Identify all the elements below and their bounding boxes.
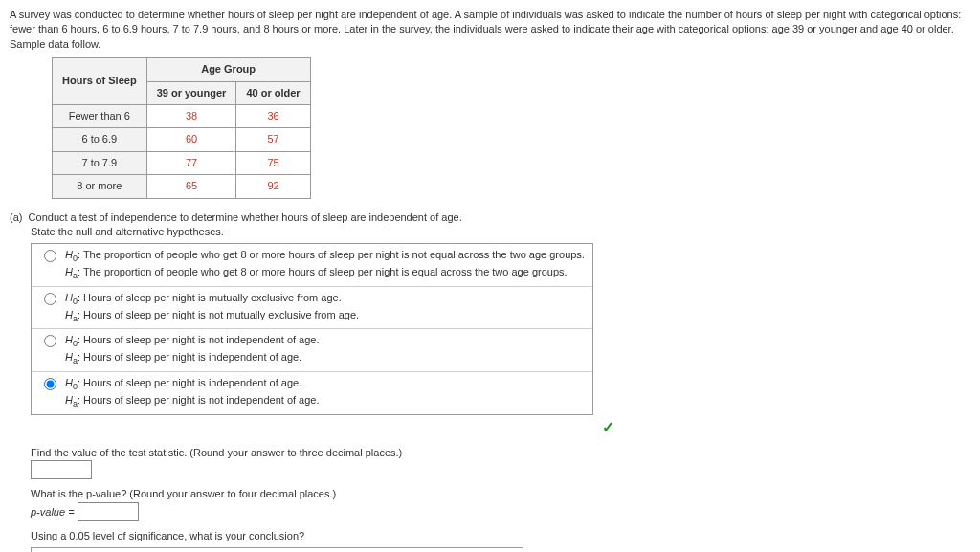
part-a: (a) Conduct a test of independence to de… <box>10 210 970 552</box>
cell: 38 <box>146 104 236 127</box>
part-a-label: (a) <box>10 211 22 223</box>
table-row: 6 to 6.9 60 57 <box>53 128 311 151</box>
test-stat-input[interactable] <box>31 460 92 479</box>
table-row: 8 or more 65 92 <box>53 175 311 198</box>
pvalue-label: What is the p-value? (Round your answer … <box>31 487 970 501</box>
ha-symbol: H <box>65 266 73 277</box>
row-label: 8 or more <box>53 175 147 198</box>
cell: 36 <box>236 104 310 127</box>
hyp-option[interactable]: H0: Hours of sleep per night is independ… <box>32 372 592 414</box>
problem-intro: A survey was conducted to determine whet… <box>10 8 970 52</box>
table-corner: Hours of Sleep <box>53 58 147 105</box>
hyp-option[interactable]: H0: The proportion of people who get 8 o… <box>32 244 592 287</box>
cell: 60 <box>146 128 236 151</box>
row-label: 7 to 7.9 <box>53 151 147 174</box>
hyp-option[interactable]: H0: Hours of sleep per night is not inde… <box>32 329 592 372</box>
radio-hyp-4[interactable] <box>44 378 56 390</box>
hyp-option[interactable]: H0: Hours of sleep per night is mutually… <box>32 287 592 330</box>
part-a-prompt: Conduct a test of independence to determ… <box>29 211 462 223</box>
col-header: 39 or younger <box>146 81 236 104</box>
check-icon: ✓ <box>602 417 614 438</box>
test-stat-label: Find the value of the test statistic. (R… <box>31 446 970 460</box>
pvalue-input[interactable] <box>78 502 139 521</box>
cell: 65 <box>146 175 236 198</box>
cell: 57 <box>236 128 310 151</box>
table-row: 7 to 7.9 77 75 <box>53 151 311 174</box>
cell: 77 <box>146 151 236 174</box>
conclusion-label: Using a 0.05 level of significance, what… <box>31 529 970 543</box>
hypotheses-options: H0: The proportion of people who get 8 o… <box>31 243 593 414</box>
conc-option[interactable]: Do not reject H0. We cannot conclude tha… <box>32 548 523 552</box>
radio-hyp-2[interactable] <box>44 293 56 305</box>
cell: 75 <box>236 151 310 174</box>
row-label: 6 to 6.9 <box>53 128 147 151</box>
row-label: Fewer than 6 <box>53 104 147 127</box>
state-hypotheses-label: State the null and alternative hypothese… <box>31 225 970 239</box>
col-header: 40 or older <box>236 81 310 104</box>
data-table: Hours of Sleep Age Group 39 or younger 4… <box>52 57 311 198</box>
h0-symbol: H <box>65 249 73 260</box>
conclusion-options: Do not reject H0. We cannot conclude tha… <box>31 547 523 552</box>
radio-hyp-3[interactable] <box>44 335 56 347</box>
radio-hyp-1[interactable] <box>44 250 56 262</box>
cell: 92 <box>236 175 310 198</box>
pvalue-prefix: p-value = <box>31 506 78 518</box>
table-group-header: Age Group <box>146 58 310 81</box>
table-row: Fewer than 6 38 36 <box>53 104 311 127</box>
